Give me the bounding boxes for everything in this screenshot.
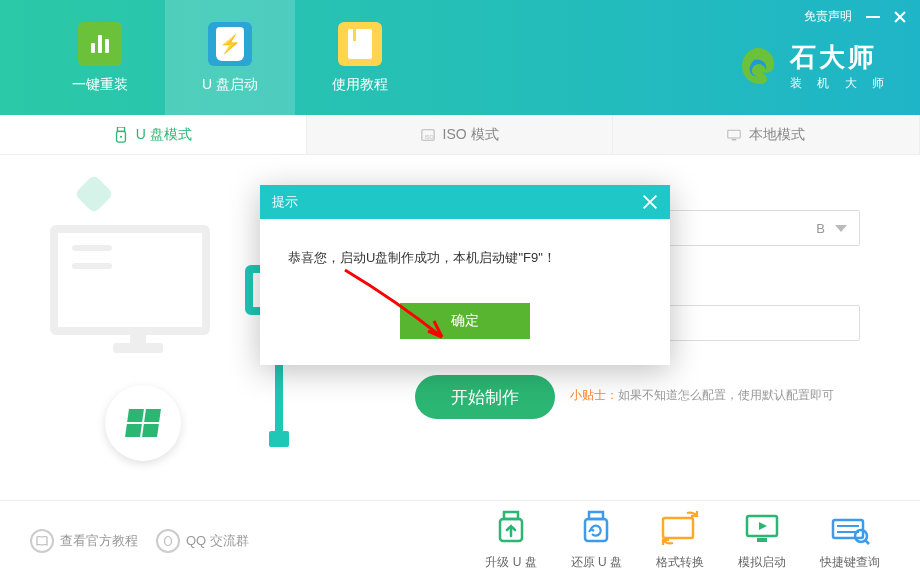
dialog-title: 提示: [272, 193, 298, 211]
success-dialog: 提示 恭喜您，启动U盘制作成功，本机启动键"F9"！ 确定: [260, 185, 670, 365]
dialog-message: 恭喜您，启动U盘制作成功，本机启动键"F9"！: [288, 249, 642, 267]
dialog-ok-button[interactable]: 确定: [400, 303, 530, 339]
dialog-close-button[interactable]: [642, 194, 658, 210]
modal-overlay: 提示 恭喜您，启动U盘制作成功，本机启动键"F9"！ 确定: [0, 0, 920, 580]
